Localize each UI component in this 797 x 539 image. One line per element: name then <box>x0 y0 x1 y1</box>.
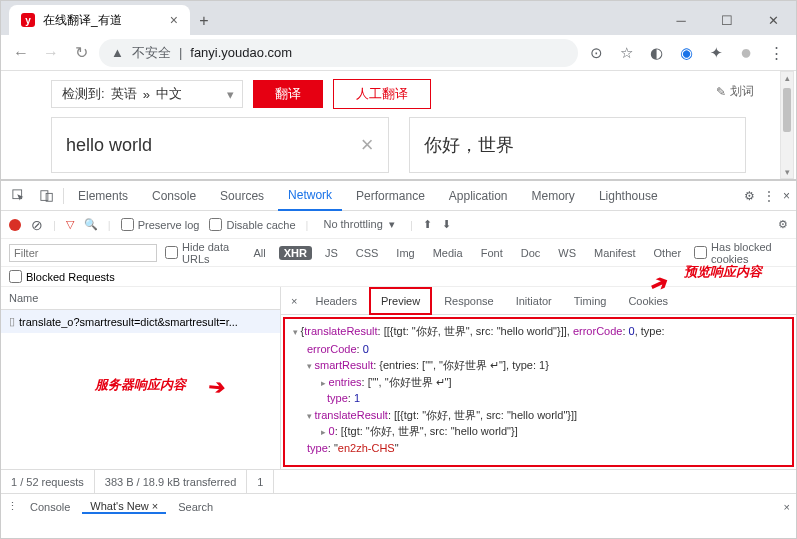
hide-data-urls-checkbox[interactable]: Hide data URLs <box>165 241 240 265</box>
annotation-preview: 预览响应内容 <box>684 263 762 281</box>
separator: | <box>179 45 182 60</box>
filter-xhr[interactable]: XHR <box>279 246 312 260</box>
request-name: translate_o?smartresult=dict&smartresult… <box>19 316 238 328</box>
new-tab-button[interactable]: + <box>190 7 218 35</box>
browser-tab[interactable]: y 在线翻译_有道 × <box>9 5 190 35</box>
drawer-more-icon[interactable]: ⋮ <box>7 500 18 513</box>
scroll-up-icon[interactable]: ▴ <box>781 73 793 83</box>
tab-elements[interactable]: Elements <box>68 181 138 211</box>
throttling-select[interactable]: No throttling ▾ <box>318 215 399 234</box>
filter-input[interactable] <box>9 244 157 262</box>
filter-js[interactable]: JS <box>320 246 343 260</box>
dtab-response[interactable]: Response <box>434 287 504 315</box>
window-controls: ─ ☐ ✕ <box>658 5 796 35</box>
filter-font[interactable]: Font <box>476 246 508 260</box>
filter-all[interactable]: All <box>248 246 270 260</box>
tab-lighthouse[interactable]: Lighthouse <box>589 181 668 211</box>
network-toolbar: ⊘ | ▽ 🔍 | Preserve log Disable cache | N… <box>1 211 796 239</box>
clear-button[interactable]: ⊘ <box>31 217 43 233</box>
minimize-button[interactable]: ─ <box>658 5 704 35</box>
close-button[interactable]: ✕ <box>750 5 796 35</box>
source-text: hello world <box>66 135 152 156</box>
page-scrollbar[interactable]: ▴ ▾ <box>780 71 794 179</box>
source-textarea[interactable]: hello world × <box>51 117 389 173</box>
drawer-close-icon[interactable]: × <box>784 501 790 513</box>
target-pane: 你好，世界 <box>409 117 747 173</box>
filter-doc[interactable]: Doc <box>516 246 546 260</box>
response-preview[interactable]: 服务器响应内容 {translateResult: [[{tgt: "你好, 世… <box>283 317 794 467</box>
bookmark-icon[interactable]: ☆ <box>614 41 638 65</box>
forward-button[interactable]: → <box>39 41 63 65</box>
omnibox[interactable]: ▲ 不安全 | fanyi.youdao.com <box>99 39 578 67</box>
inspect-icon[interactable] <box>7 189 31 203</box>
record-button[interactable] <box>9 219 21 231</box>
target-text: 你好，世界 <box>424 133 514 157</box>
drawer-search[interactable]: Search <box>170 501 221 513</box>
network-body: Name ▯ translate_o?smartresult=dict&smar… <box>1 287 796 469</box>
human-translate-button[interactable]: 人工翻译 <box>333 79 431 109</box>
drawer-console[interactable]: Console <box>22 501 78 513</box>
filter-img[interactable]: Img <box>391 246 419 260</box>
language-selector[interactable]: 检测到: 英语 » 中文 <box>51 80 243 108</box>
filter-other[interactable]: Other <box>649 246 687 260</box>
blocked-requests-checkbox[interactable] <box>9 270 22 283</box>
dtab-headers[interactable]: Headers <box>305 287 367 315</box>
network-filter-bar: Hide data URLs All XHR JS CSS Img Media … <box>1 239 796 267</box>
blocked-requests-row: Blocked Requests <box>1 267 796 287</box>
huaci-label: 划词 <box>730 83 754 100</box>
filter-manifest[interactable]: Manifest <box>589 246 641 260</box>
tab-sources[interactable]: Sources <box>210 181 274 211</box>
gear-icon[interactable]: ⚙ <box>744 189 755 203</box>
extension-speed-icon[interactable]: ◉ <box>674 41 698 65</box>
detail-tabs: × Headers Preview Response Initiator Tim… <box>281 287 796 315</box>
maximize-button[interactable]: ☐ <box>704 5 750 35</box>
profile-icon[interactable]: ● <box>734 41 758 65</box>
reload-button[interactable]: ↻ <box>69 41 93 65</box>
tab-network[interactable]: Network <box>278 181 342 211</box>
network-gear-icon[interactable]: ⚙ <box>778 218 788 231</box>
tab-memory[interactable]: Memory <box>522 181 585 211</box>
status-resources: 1 <box>247 470 274 493</box>
drawer-whatsnew[interactable]: What's New × <box>82 500 166 514</box>
filter-ws[interactable]: WS <box>553 246 581 260</box>
clear-icon[interactable]: × <box>361 132 374 158</box>
menu-icon[interactable]: ⋮ <box>764 41 788 65</box>
address-bar: ← → ↻ ▲ 不安全 | fanyi.youdao.com ⊙ ☆ ◐ ◉ ✦… <box>1 35 796 71</box>
status-requests: 1 / 52 requests <box>1 470 95 493</box>
filter-media[interactable]: Media <box>428 246 468 260</box>
dtab-timing[interactable]: Timing <box>564 287 617 315</box>
extension-adblock-icon[interactable]: ◐ <box>644 41 668 65</box>
preserve-log-checkbox[interactable]: Preserve log <box>121 218 200 231</box>
search-icon[interactable]: ⊙ <box>584 41 608 65</box>
tab-console[interactable]: Console <box>142 181 206 211</box>
browser-titlebar: y 在线翻译_有道 × + ─ ☐ ✕ <box>1 1 796 35</box>
tab-application[interactable]: Application <box>439 181 518 211</box>
dtab-preview[interactable]: Preview <box>369 287 432 315</box>
status-transferred: 383 B / 18.9 kB transferred <box>95 470 247 493</box>
more-icon[interactable]: ⋮ <box>763 189 775 203</box>
filter-css[interactable]: CSS <box>351 246 384 260</box>
tab-title: 在线翻译_有道 <box>43 12 122 29</box>
extensions-icon[interactable]: ✦ <box>704 41 728 65</box>
filter-icon[interactable]: ▽ <box>66 218 74 231</box>
scroll-down-icon[interactable]: ▾ <box>781 167 793 177</box>
dtab-initiator[interactable]: Initiator <box>506 287 562 315</box>
request-row[interactable]: ▯ translate_o?smartresult=dict&smartresu… <box>1 310 280 333</box>
devtools: Elements Console Sources Network Perform… <box>1 179 796 519</box>
close-icon[interactable]: × <box>170 12 178 28</box>
name-header[interactable]: Name <box>1 287 280 310</box>
devtools-close-icon[interactable]: × <box>783 189 790 203</box>
back-button[interactable]: ← <box>9 41 33 65</box>
detail-close-icon[interactable]: × <box>285 295 303 307</box>
translate-button[interactable]: 翻译 <box>253 80 323 108</box>
device-icon[interactable] <box>35 189 59 203</box>
insecure-icon: ▲ <box>111 45 124 60</box>
detect-label: 检测到: <box>62 85 105 103</box>
blocked-cookies-checkbox[interactable]: Has blocked cookies <box>694 241 788 265</box>
disable-cache-checkbox[interactable]: Disable cache <box>209 218 295 231</box>
tab-performance[interactable]: Performance <box>346 181 435 211</box>
upload-icon[interactable]: ⬆ <box>423 218 432 231</box>
download-icon[interactable]: ⬇ <box>442 218 451 231</box>
huaci-toggle[interactable]: ✎ 划词 <box>716 83 754 100</box>
search-icon[interactable]: 🔍 <box>84 218 98 231</box>
